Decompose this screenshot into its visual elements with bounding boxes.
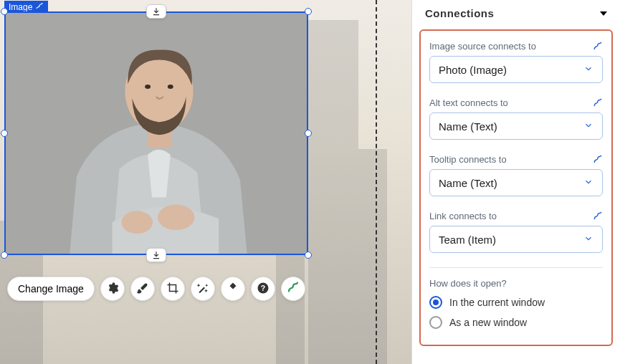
connections-highlight-box: Image source connects to Photo (Image) A…	[419, 29, 613, 346]
help-icon: ?	[257, 282, 270, 297]
editor-canvas[interactable]: Image	[0, 0, 411, 364]
filters-button[interactable]	[130, 277, 155, 301]
resize-handle-nw[interactable]	[1, 8, 8, 15]
connection-select-image-source[interactable]: Photo (Image)	[429, 56, 603, 83]
connection-squiggle-icon	[287, 282, 300, 297]
connection-icon[interactable]	[593, 42, 603, 52]
svg-point-6	[168, 85, 173, 89]
change-image-button[interactable]: Change Image	[7, 277, 95, 301]
open-option-current-window[interactable]: In the current window	[429, 296, 603, 309]
animation-button[interactable]	[221, 277, 245, 301]
selection-type-text: Image	[9, 2, 32, 12]
connection-label: Alt text connects to	[429, 97, 508, 108]
svg-point-5	[145, 85, 151, 89]
brush-icon	[136, 282, 149, 297]
connection-icon	[35, 1, 44, 12]
svg-point-2	[121, 211, 153, 234]
connection-group-alt-text: Alt text connects to Name (Text)	[429, 97, 603, 140]
connection-label: Image source connects to	[429, 41, 536, 52]
canvas-guide-line	[376, 0, 377, 364]
panel-title: Connections	[425, 7, 494, 19]
chevron-down-icon	[583, 177, 593, 189]
resize-handle-w[interactable]	[1, 130, 8, 137]
gear-icon	[106, 282, 119, 297]
radio-label: In the current window	[449, 297, 545, 308]
data-connection-button[interactable]	[281, 277, 305, 301]
connection-icon[interactable]	[593, 98, 603, 108]
panel-header[interactable]: Connections	[412, 0, 620, 28]
stretch-handle-top[interactable]	[146, 4, 166, 19]
connection-icon[interactable]	[593, 155, 603, 165]
connection-select-tooltip[interactable]: Name (Text)	[429, 169, 603, 196]
effects-button[interactable]	[191, 277, 215, 301]
resize-handle-ne[interactable]	[305, 8, 312, 15]
select-value: Name (Text)	[439, 177, 497, 189]
open-option-new-window[interactable]: As a new window	[429, 316, 603, 329]
crop-button[interactable]	[161, 277, 185, 301]
connections-panel: Connections Image source connects to Pho…	[411, 0, 620, 364]
connection-label: Link connects to	[429, 211, 497, 221]
chevron-down-icon	[583, 64, 593, 76]
help-button[interactable]: ?	[251, 277, 275, 301]
resize-handle-e[interactable]	[305, 130, 312, 137]
chevron-down-icon	[583, 234, 593, 246]
open-behavior-label: How does it open?	[429, 278, 603, 289]
svg-point-1	[158, 204, 195, 230]
select-value: Photo (Image)	[439, 64, 507, 76]
connection-group-image-source: Image source connects to Photo (Image)	[429, 41, 603, 83]
collapse-triangle-icon	[600, 11, 607, 16]
connection-group-link: Link connects to Team (Item)	[429, 211, 603, 253]
crop-icon	[166, 282, 179, 297]
radio-icon	[429, 296, 442, 309]
connection-select-link[interactable]: Team (Item)	[429, 226, 603, 253]
connection-select-alt-text[interactable]: Name (Text)	[429, 112, 603, 140]
connection-group-tooltip: Tooltip connects to Name (Text)	[429, 154, 603, 196]
chevron-down-icon	[583, 120, 593, 133]
stretch-handle-bottom[interactable]	[146, 248, 166, 262]
select-value: Name (Text)	[439, 120, 497, 133]
image-content	[4, 11, 308, 255]
svg-text:?: ?	[261, 283, 265, 292]
selected-image-element[interactable]: Image	[4, 11, 308, 255]
settings-button[interactable]	[100, 277, 125, 301]
magic-wand-icon	[196, 282, 209, 297]
element-toolbar: Change Image ?	[7, 277, 305, 301]
resize-handle-se[interactable]	[305, 252, 312, 259]
panel-divider	[429, 267, 603, 268]
connection-label: Tooltip connects to	[429, 154, 507, 165]
connection-icon[interactable]	[593, 211, 603, 221]
resize-handle-sw[interactable]	[1, 252, 8, 259]
layers-icon	[226, 282, 239, 297]
radio-label: As a new window	[449, 317, 527, 328]
select-value: Team (Item)	[439, 234, 496, 246]
radio-icon	[429, 316, 442, 329]
